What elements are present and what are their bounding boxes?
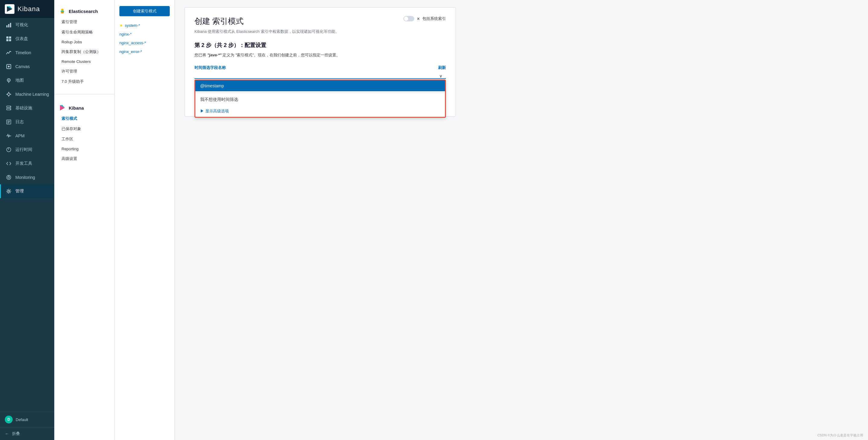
collapse-button[interactable]: ← 折叠 [0, 427, 54, 440]
nav-index-management[interactable]: 索引管理 [54, 17, 114, 27]
time-field-select-wrapper: ∨ @timestamp 我不想使用时间筛选 ▶ 显示高级选项 [194, 73, 446, 79]
index-item-nginx-access[interactable]: nginx_access-* [115, 39, 175, 47]
step-desc-prefix: 您已将 [194, 53, 208, 57]
dashboard-icon [6, 36, 12, 42]
sidebar-item-uptime[interactable]: 运行时间 [0, 143, 54, 157]
page-subtitle: Kibana 使用索引模式从 Elasticsearch 索引中检索数据，以实现… [194, 29, 339, 34]
visualize-icon [6, 22, 12, 28]
sidebar-item-maps[interactable]: 地图 [0, 73, 54, 87]
sidebar-item-apm[interactable]: APM [0, 129, 54, 143]
sidebar-item-label-visualize: 可视化 [16, 22, 28, 28]
timelion-icon [6, 50, 12, 56]
kibana-logo-text: Kibana [18, 5, 40, 13]
step-content: 第 2 步（共 2 步）：配置设置 您已将 "java-*" 定义为 "索引模式… [194, 41, 446, 107]
kibana-section-header-label: Kibana [69, 105, 84, 110]
refresh-link[interactable]: 刷新 [438, 65, 446, 70]
sidebar-item-visualize[interactable]: 可视化 [0, 18, 54, 32]
svg-point-21 [10, 109, 10, 110]
nav-workspace[interactable]: 工作区 [54, 134, 114, 144]
toggle-knob [404, 16, 408, 21]
sidebar-item-label-infrastructure: 基础设施 [16, 105, 32, 111]
time-field-section: 时间筛选字段名称 刷新 ∨ @timestamp 我不想使用时 [194, 65, 446, 79]
svg-point-13 [7, 93, 10, 96]
nav-ilm[interactable]: 索引生命周期策略 [54, 27, 114, 37]
svg-point-28 [8, 176, 10, 178]
svg-rect-3 [8, 24, 9, 27]
sidebar-item-timelion[interactable]: Timelion [0, 46, 54, 60]
nav-saved-objects[interactable]: 已保存对象 [54, 124, 114, 134]
sidebar-item-canvas[interactable]: Canvas [0, 60, 54, 73]
index-item-nginx[interactable]: nginx-* [115, 30, 175, 39]
step-desc: 您已将 "java-*" 定义为 "索引模式"。现在，在我们创建之前，您可以指定… [194, 53, 446, 58]
apm-icon [6, 133, 12, 139]
infrastructure-icon [6, 105, 12, 111]
svg-point-12 [8, 79, 9, 81]
svg-point-33 [61, 12, 64, 13]
sidebar-nav: 可视化 仪表盘 Timelion [0, 18, 54, 412]
sidebar-item-devtools[interactable]: 开发工具 [0, 157, 54, 170]
step-desc-pattern: "java-*" [208, 53, 222, 57]
dropdown-item-timestamp[interactable]: @timestamp [195, 80, 445, 91]
step-desc-suffix: 定义为 "索引模式"。现在，在我们创建之前，您可以指定一些设置。 [222, 53, 340, 57]
user-label: Default [16, 417, 28, 422]
sidebar-item-label-dashboard: 仪表盘 [16, 36, 28, 41]
index-item-nginx-error[interactable]: nginx_error-* [115, 47, 175, 56]
app-logo: Kibana [0, 0, 54, 18]
sidebar-item-label-ml: Machine Learning [16, 92, 49, 97]
kibana-section-icon [59, 104, 66, 111]
sidebar-item-dashboard[interactable]: 仪表盘 [0, 32, 54, 46]
nav-advanced-settings[interactable]: 高级设置 [54, 154, 114, 164]
sidebar-item-ml[interactable]: Machine Learning [0, 87, 54, 101]
page-card: 创建 索引模式 Kibana 使用索引模式从 Elasticsearch 索引中… [185, 7, 456, 116]
page-body: 创建 索引模式 Kibana 使用索引模式从 Elasticsearch 索引中… [175, 0, 868, 431]
sidebar-item-label-canvas: Canvas [16, 64, 30, 69]
sidebar-item-monitoring[interactable]: Monitoring [0, 170, 54, 184]
create-index-pattern-top-button[interactable]: 创建索引模式 [119, 6, 170, 16]
logs-icon [6, 119, 12, 125]
svg-rect-4 [10, 23, 11, 27]
time-field-select[interactable] [194, 73, 446, 79]
nav-reporting[interactable]: Reporting [54, 144, 114, 154]
user-profile[interactable]: D Default [0, 412, 54, 427]
collapse-label: 折叠 [12, 431, 20, 436]
page-title: 创建 索引模式 [194, 16, 339, 27]
sidebar-item-label-monitoring: Monitoring [16, 175, 35, 180]
nav-license[interactable]: 许可管理 [54, 66, 114, 76]
canvas-icon [6, 64, 12, 70]
elasticsearch-header: Elasticsearch [54, 5, 114, 17]
sidebar-item-label-devtools: 开发工具 [16, 161, 32, 166]
svg-rect-2 [6, 25, 7, 27]
monitoring-icon [6, 174, 12, 180]
kibana-section-header: Kibana [54, 101, 114, 113]
nav-ccr[interactable]: 跨集群复制（公测版） [54, 47, 114, 57]
sidebar-item-label-uptime: 运行时间 [16, 147, 32, 153]
main-content: 创建 索引模式 Kibana 使用索引模式从 Elasticsearch 索引中… [175, 0, 868, 440]
include-system-section: ✕ 包括系统索引 [403, 16, 446, 22]
page-title-section: 创建 索引模式 Kibana 使用索引模式从 Elasticsearch 索引中… [194, 16, 339, 34]
sidebar: Kibana 可视化 仪表盘 [0, 0, 54, 440]
svg-rect-6 [9, 36, 11, 39]
include-system-text: 包括系统索引 [423, 16, 446, 22]
sidebar-item-label-management: 管理 [16, 189, 24, 194]
nav-upgrade-assistant[interactable]: 7.0 升级助手 [54, 76, 114, 87]
dropdown-divider [195, 93, 445, 93]
nav-remote-clusters[interactable]: Remote Clusters [54, 57, 114, 66]
svg-rect-8 [9, 39, 11, 41]
svg-point-20 [10, 107, 10, 107]
watermark-text: CSDN ©为什么老是名字被占用 [817, 433, 863, 437]
kibana-icon [5, 4, 14, 14]
index-item-system[interactable]: ★ system-* [115, 21, 175, 30]
svg-point-30 [8, 190, 10, 192]
sidebar-item-logs[interactable]: 日志 [0, 115, 54, 129]
include-system-toggle[interactable] [403, 16, 414, 22]
sidebar-item-infrastructure[interactable]: 基础设施 [0, 101, 54, 115]
svg-rect-7 [6, 39, 8, 41]
dropdown-item-no-filter[interactable]: 我不想使用时间筛选 [195, 94, 445, 105]
dropdown-item-advanced[interactable]: ▶ 显示高级选项 [195, 105, 445, 117]
nav-rollup-jobs[interactable]: Rollup Jobs [54, 37, 114, 47]
maps-icon [6, 77, 12, 83]
nav-index-patterns[interactable]: 索引模式 [54, 113, 114, 124]
sidebar-item-management[interactable]: 管理 [0, 184, 54, 198]
devtools-icon [6, 161, 12, 167]
time-field-label: 时间筛选字段名称 刷新 [194, 65, 446, 70]
